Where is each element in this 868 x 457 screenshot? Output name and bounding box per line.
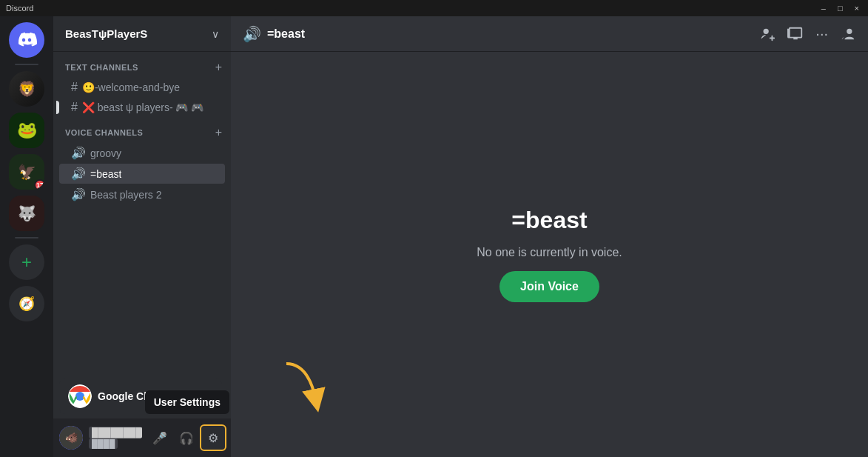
settings-tooltip: User Settings [145, 390, 229, 414]
user-area: 🐗 ████████ ████ 🎤 🎧 ⚙ User Settings [53, 418, 231, 457]
members-list-button[interactable] [840, 26, 856, 42]
channel-welcome-name: 🙂-welcome-and-bye [82, 81, 180, 93]
channel-header-left: 🔊 =beast [243, 25, 305, 43]
voice-channel-subtitle: No one is currently in voice. [477, 246, 622, 259]
screen-share-button[interactable] [787, 26, 804, 42]
server-icon-beast1[interactable]: 🦁 [9, 71, 44, 107]
mute-microphone-button[interactable]: 🎤 [148, 426, 172, 450]
channel-groovy[interactable]: 🔊 groovy [59, 143, 225, 163]
deafen-headphone-button[interactable]: 🎧 [175, 426, 198, 450]
channel-header-name: =beast [267, 27, 305, 41]
text-channels-label: TEXT CHANNELS [65, 63, 138, 72]
app-layout: 🦁 🐸 🦅 17 🐺 + 🧭 BeasTψPlayerS [0, 16, 868, 457]
channel-beast-name: =beast [90, 168, 121, 180]
server-list: 🦁 🐸 🦅 17 🐺 + 🧭 [0, 16, 53, 457]
server-header[interactable]: BeasTψPlayerS ∨ [53, 16, 231, 52]
svg-point-2 [77, 393, 84, 400]
speaker-icon-groovy: 🔊 [71, 146, 86, 160]
join-voice-button[interactable]: Join Voice [499, 271, 599, 302]
voice-content: =beast No one is currently in voice. Joi… [231, 52, 868, 457]
title-bar-title: Discord [6, 4, 33, 13]
channel-groovy-name: groovy [90, 147, 121, 159]
title-bar-controls: – □ × [818, 4, 862, 13]
maximize-button[interactable]: □ [835, 4, 846, 13]
hash-icon: # [71, 81, 78, 94]
speaker-icon-beast: 🔊 [71, 167, 86, 181]
username: ████████ [89, 427, 142, 438]
voice-channel-header-icon: 🔊 [243, 25, 261, 43]
title-bar: Discord – □ × [0, 0, 868, 16]
channel-list: TEXT CHANNELS + # 🙂-welcome-and-bye # ❌ … [53, 52, 231, 418]
channel-beast-players-2-name: Beast players 2 [90, 189, 162, 201]
server-separator-2 [15, 237, 38, 238]
voice-channel-title: =beast [511, 207, 587, 234]
server-name: BeasTψPlayerS [65, 27, 147, 40]
add-voice-channel-button[interactable]: + [212, 126, 225, 139]
channel-welcome[interactable]: # 🙂-welcome-and-bye [59, 78, 225, 97]
text-channels-category[interactable]: TEXT CHANNELS + [53, 58, 231, 77]
close-button[interactable]: × [852, 4, 862, 13]
explore-button[interactable]: 🧭 [9, 286, 44, 321]
notification-badge: 17 [34, 179, 44, 190]
add-server-button[interactable]: + [9, 244, 44, 280]
server-icon-beast3[interactable]: 🦅 17 [9, 154, 44, 190]
compass-icon: 🧭 [18, 296, 35, 312]
user-settings-button[interactable]: ⚙ [201, 426, 225, 450]
server-separator [15, 64, 38, 65]
hash-icon-2: # [71, 101, 78, 114]
plus-icon: + [21, 252, 32, 273]
channel-sidebar: BeasTψPlayerS ∨ TEXT CHANNELS + # 🙂-welc… [53, 16, 231, 457]
add-text-channel-button[interactable]: + [212, 61, 225, 74]
channel-beast-players-name: ❌ beast ψ players- 🎮 🎮 [82, 101, 203, 113]
user-avatar: 🐗 [59, 426, 83, 450]
discord-home-button[interactable] [9, 22, 44, 58]
more-options-button[interactable]: ··· [815, 25, 828, 42]
voice-channels-category[interactable]: VOICE CHANNELS + [53, 123, 231, 142]
main-content: 🔊 =beast ··· [231, 16, 868, 457]
chevron-down-icon: ∨ [212, 28, 219, 40]
channel-beast-players[interactable]: # ❌ beast ψ players- 🎮 🎮 [59, 98, 225, 117]
server-icon-beast2[interactable]: 🐸 [9, 113, 44, 148]
voice-channels-label: VOICE CHANNELS [65, 128, 143, 137]
channel-header: 🔊 =beast ··· [231, 16, 868, 52]
channel-beast-players-2[interactable]: 🔊 Beast players 2 [59, 184, 225, 204]
user-discriminator: ████ [89, 438, 118, 449]
add-friend-button[interactable] [759, 26, 776, 42]
channel-header-right: ··· [759, 25, 856, 42]
active-channel-indicator [56, 101, 59, 114]
channel-beast[interactable]: 🔊 =beast [59, 164, 225, 184]
speaker-icon-beast2: 🔊 [71, 187, 86, 201]
server-icon-beast4[interactable]: 🐺 [9, 196, 44, 231]
minimize-button[interactable]: – [818, 4, 829, 13]
user-controls: 🎤 🎧 ⚙ [148, 426, 225, 450]
user-info: ████████ ████ [89, 427, 142, 449]
